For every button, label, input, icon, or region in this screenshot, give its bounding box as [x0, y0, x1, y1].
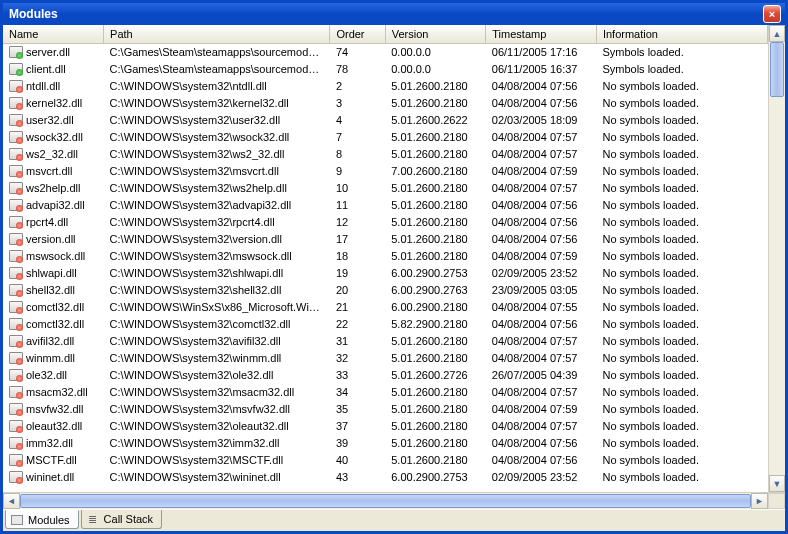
table-row[interactable]: ntdll.dllC:\WINDOWS\system32\ntdll.dll25…	[3, 78, 768, 95]
module-version: 0.00.0.0	[385, 44, 486, 61]
module-timestamp: 02/09/2005 23:52	[486, 469, 597, 486]
tab-modules[interactable]: Modules	[5, 510, 79, 529]
table-row[interactable]: MSCTF.dllC:\WINDOWS\system32\MSCTF.dll40…	[3, 452, 768, 469]
table-row[interactable]: server.dllC:\Games\Steam\steamapps\sourc…	[3, 44, 768, 61]
module-timestamp: 04/08/2004 07:56	[486, 214, 597, 231]
module-path: C:\WINDOWS\system32\rpcrt4.dll	[104, 214, 330, 231]
module-timestamp: 04/08/2004 07:57	[486, 350, 597, 367]
module-path: C:\Games\Steam\steamapps\sourcemods\...	[104, 44, 330, 61]
horizontal-scrollbar[interactable]: ◄ ►	[3, 492, 785, 509]
module-icon	[9, 215, 23, 229]
module-timestamp: 04/08/2004 07:56	[486, 78, 597, 95]
module-icon	[9, 368, 23, 382]
module-version: 5.01.2600.2180	[385, 78, 486, 95]
table-row[interactable]: ws2_32.dllC:\WINDOWS\system32\ws2_32.dll…	[3, 146, 768, 163]
table-row[interactable]: msvcrt.dllC:\WINDOWS\system32\msvcrt.dll…	[3, 163, 768, 180]
module-path: C:\WINDOWS\system32\wininet.dll	[104, 469, 330, 486]
table-row[interactable]: wininet.dllC:\WINDOWS\system32\wininet.d…	[3, 469, 768, 486]
table-row[interactable]: avifil32.dllC:\WINDOWS\system32\avifil32…	[3, 333, 768, 350]
module-info: No symbols loaded.	[596, 112, 767, 129]
table-row[interactable]: comctl32.dllC:\WINDOWS\WinSxS\x86_Micros…	[3, 299, 768, 316]
scroll-down-arrow-icon[interactable]: ▼	[769, 475, 785, 492]
module-timestamp: 04/08/2004 07:55	[486, 299, 597, 316]
table-row[interactable]: client.dllC:\Games\Steam\steamapps\sourc…	[3, 61, 768, 78]
module-path: C:\WINDOWS\system32\imm32.dll	[104, 435, 330, 452]
module-version: 5.01.2600.2180	[385, 452, 486, 469]
module-timestamp: 04/08/2004 07:56	[486, 316, 597, 333]
module-timestamp: 04/08/2004 07:56	[486, 435, 597, 452]
module-order: 8	[330, 146, 385, 163]
module-timestamp: 06/11/2005 17:16	[486, 44, 597, 61]
tab-modules-label: Modules	[28, 514, 70, 526]
table-row[interactable]: oleaut32.dllC:\WINDOWS\system32\oleaut32…	[3, 418, 768, 435]
module-timestamp: 06/11/2005 16:37	[486, 61, 597, 78]
close-button[interactable]: ×	[763, 5, 781, 23]
module-order: 32	[330, 350, 385, 367]
col-header-information[interactable]: Information	[596, 25, 767, 44]
module-path: C:\WINDOWS\system32\advapi32.dll	[104, 197, 330, 214]
module-order: 11	[330, 197, 385, 214]
module-icon	[9, 249, 23, 263]
module-icon	[9, 283, 23, 297]
module-version: 5.01.2600.2180	[385, 146, 486, 163]
module-timestamp: 04/08/2004 07:56	[486, 452, 597, 469]
table-row[interactable]: kernel32.dllC:\WINDOWS\system32\kernel32…	[3, 95, 768, 112]
table-row[interactable]: winmm.dllC:\WINDOWS\system32\winmm.dll32…	[3, 350, 768, 367]
module-info: No symbols loaded.	[596, 384, 767, 401]
module-version: 7.00.2600.2180	[385, 163, 486, 180]
scroll-up-arrow-icon[interactable]: ▲	[769, 25, 785, 42]
module-name: MSCTF.dll	[26, 454, 77, 466]
table-row[interactable]: shell32.dllC:\WINDOWS\system32\shell32.d…	[3, 282, 768, 299]
module-info: No symbols loaded.	[596, 129, 767, 146]
table-row[interactable]: advapi32.dllC:\WINDOWS\system32\advapi32…	[3, 197, 768, 214]
scroll-thumb-h[interactable]	[20, 494, 751, 508]
module-path: C:\WINDOWS\system32\winmm.dll	[104, 350, 330, 367]
module-order: 40	[330, 452, 385, 469]
module-order: 33	[330, 367, 385, 384]
module-info: No symbols loaded.	[596, 95, 767, 112]
module-timestamp: 04/08/2004 07:56	[486, 95, 597, 112]
module-name: imm32.dll	[26, 437, 73, 449]
module-name: avifil32.dll	[26, 335, 74, 347]
tab-callstack[interactable]: ≣ Call Stack	[81, 510, 163, 529]
scroll-right-arrow-icon[interactable]: ►	[751, 493, 768, 509]
module-timestamp: 04/08/2004 07:57	[486, 180, 597, 197]
module-timestamp: 04/08/2004 07:56	[486, 231, 597, 248]
module-order: 37	[330, 418, 385, 435]
table-row[interactable]: msacm32.dllC:\WINDOWS\system32\msacm32.d…	[3, 384, 768, 401]
titlebar[interactable]: Modules ×	[3, 3, 785, 25]
col-header-timestamp[interactable]: Timestamp	[486, 25, 597, 44]
col-header-order[interactable]: Order	[330, 25, 385, 44]
module-name: comctl32.dll	[26, 301, 84, 313]
table-row[interactable]: msvfw32.dllC:\WINDOWS\system32\msvfw32.d…	[3, 401, 768, 418]
table-row[interactable]: version.dllC:\WINDOWS\system32\version.d…	[3, 231, 768, 248]
col-header-name[interactable]: Name	[3, 25, 104, 44]
module-info: No symbols loaded.	[596, 367, 767, 384]
module-info: Symbols loaded.	[596, 44, 767, 61]
table-row[interactable]: ole32.dllC:\WINDOWS\system32\ole32.dll33…	[3, 367, 768, 384]
modules-table: Name Path Order Version Timestamp Inform…	[3, 25, 768, 486]
col-header-version[interactable]: Version	[385, 25, 486, 44]
table-row[interactable]: shlwapi.dllC:\WINDOWS\system32\shlwapi.d…	[3, 265, 768, 282]
table-row[interactable]: comctl32.dllC:\WINDOWS\system32\comctl32…	[3, 316, 768, 333]
module-icon	[9, 334, 23, 348]
scroll-left-arrow-icon[interactable]: ◄	[3, 493, 20, 509]
module-timestamp: 04/08/2004 07:59	[486, 401, 597, 418]
scroll-thumb[interactable]	[770, 42, 784, 97]
col-header-path[interactable]: Path	[104, 25, 330, 44]
vertical-scrollbar[interactable]: ▲ ▼	[768, 25, 785, 492]
table-row[interactable]: rpcrt4.dllC:\WINDOWS\system32\rpcrt4.dll…	[3, 214, 768, 231]
module-version: 6.00.2900.2180	[385, 299, 486, 316]
table-row[interactable]: imm32.dllC:\WINDOWS\system32\imm32.dll39…	[3, 435, 768, 452]
table-row[interactable]: user32.dllC:\WINDOWS\system32\user32.dll…	[3, 112, 768, 129]
scroll-track[interactable]	[769, 42, 785, 475]
bottom-tabs: Modules ≣ Call Stack	[3, 509, 785, 531]
table-row[interactable]: mswsock.dllC:\WINDOWS\system32\mswsock.d…	[3, 248, 768, 265]
module-order: 35	[330, 401, 385, 418]
table-row[interactable]: ws2help.dllC:\WINDOWS\system32\ws2help.d…	[3, 180, 768, 197]
scroll-track-h[interactable]	[20, 493, 751, 509]
module-info: Symbols loaded.	[596, 61, 767, 78]
module-order: 18	[330, 248, 385, 265]
module-version: 5.01.2600.2180	[385, 95, 486, 112]
table-row[interactable]: wsock32.dllC:\WINDOWS\system32\wsock32.d…	[3, 129, 768, 146]
